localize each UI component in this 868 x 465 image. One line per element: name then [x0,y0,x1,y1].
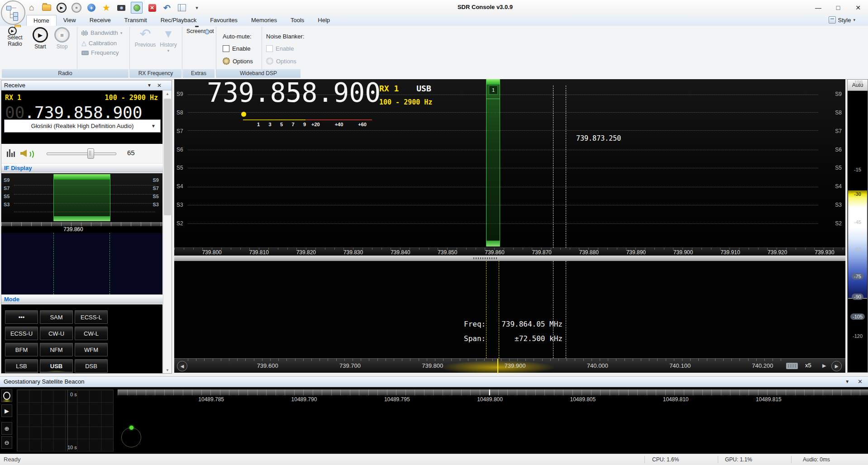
minimize-button[interactable]: — [808,0,828,15]
mode-button[interactable]: ECSS-U [5,327,38,340]
open-folder-icon[interactable] [41,2,52,13]
main-waterfall[interactable]: Freq: 739.864.05 MHz Span: ±72.500 kHz [174,261,845,358]
menu-tab[interactable]: Receive [83,15,118,26]
time-scale-top: 0 s [70,392,77,397]
beacon-zoom-in-button[interactable]: ⊕ [1,422,12,435]
beacon-track-button[interactable] [1,389,12,402]
mode-button[interactable] [5,372,38,374]
scroll-left-button[interactable]: ◀ [177,361,187,371]
keyboard-entry-icon[interactable] [786,363,798,369]
maximize-button[interactable]: □ [828,0,848,15]
scroll-right-button[interactable]: ▶ [831,361,842,371]
bandwidth-button[interactable]: Bandwidth ▾ [81,29,122,36]
close-button[interactable]: ✕ [848,0,868,15]
frequency-lcd[interactable]: RX 1 100 - 2900 Hz 00.739.858.900 [1,90,162,144]
chevron-down-icon: ▾ [853,18,855,22]
audio-device-select[interactable]: Głośniki (Realtek High Definition Audio)… [4,119,161,133]
if-waterfall[interactable] [1,233,162,294]
menu-tab[interactable]: Favourites [203,15,244,26]
mode-button[interactable]: CW-U [40,327,73,340]
mode-button[interactable]: BFM [5,343,38,356]
start-icon[interactable]: ▶ [56,2,67,13]
equalizer-icon[interactable] [7,149,15,157]
frequency-button[interactable]: Frequency [81,49,119,56]
step-right-icon[interactable]: ▶ [822,363,826,369]
record-icon[interactable] [131,2,143,14]
layout-icon[interactable] [176,2,187,13]
mode-button[interactable]: ••• [5,310,38,324]
scrollbar-thumb[interactable] [164,99,171,215]
mode-button[interactable]: ECSS-L [75,310,108,324]
mode-button[interactable]: DSB [75,359,108,373]
tuned-frequency[interactable]: 00.739.858.900 [5,103,142,122]
frequency-navigation-bar[interactable]: ◀ 739.600739.700739.800739.900740.000740… [174,358,845,373]
menu-tab[interactable]: Help [311,15,337,26]
start-button[interactable]: ▶ Start [31,27,50,50]
rx-number-badge[interactable]: 1 [489,85,498,95]
screenshot-icon[interactable] [116,2,127,13]
previous-frequency-button[interactable]: ↶ Previous [134,27,157,48]
beacon-play-button[interactable]: ▶ [1,404,12,417]
rx-passband-marker[interactable] [486,79,500,247]
frequency-history-button[interactable]: ▼ History ▾ [157,27,179,53]
sub-marker-line[interactable] [553,85,553,248]
close-icon[interactable]: ✕ [157,81,162,90]
style-selector[interactable]: Style ▾ [829,16,855,24]
noise-blanker-options[interactable]: Options [266,57,296,65]
mode-button[interactable]: USB [40,359,73,373]
menu-tab[interactable]: Transmit [118,15,154,26]
zoom-level[interactable]: x5 [805,362,811,369]
delete-icon[interactable]: ✕ [147,2,157,13]
stop-icon[interactable]: ■ [71,2,82,13]
main-spectrum-display[interactable]: S9S8S7S6S5S4S3S2 S9S8S7S6S5S4S3S2 739.85… [174,79,845,256]
scroll-up-icon[interactable]: ▲ [163,90,172,98]
collapse-icon[interactable]: ▼ [147,81,152,90]
ribbon: ▶ Select Radio ▶ Start ■ Stop Bandwidth … [0,26,868,80]
menu-tab[interactable]: Home [26,15,57,26]
volume-slider[interactable] [47,152,116,155]
undo-icon[interactable]: ↶ [162,2,172,13]
home-icon[interactable]: ⌂ [26,2,37,13]
more-commands-icon[interactable]: ▾ [191,2,202,13]
application-menu-button[interactable] [1,0,25,25]
if-display-header[interactable]: IF Display ▲ [1,163,172,172]
menu-tab[interactable]: Memories [244,15,284,26]
stop-button[interactable]: ■ Stop [52,27,72,50]
spectrum-frequency-axis[interactable]: 739.800739.810739.820739.830739.840739.8… [174,247,845,256]
menu-tab[interactable]: Rec/Playback [154,15,203,26]
menu-tab[interactable]: View [57,15,83,26]
mode-header[interactable]: Mode ▲ [1,294,172,304]
mode-button[interactable]: WFM [75,343,108,356]
beacon-history-graph[interactable]: 0 s 10 s [17,389,114,451]
spectrum-waterfall-splitter[interactable] [174,256,845,261]
if-passband-marker[interactable] [53,174,110,221]
if-spectrum[interactable]: S9S7S5S3 S9S7S5S3 [1,173,162,222]
close-icon[interactable]: ✕ [858,377,863,387]
auto-mute-options[interactable]: Options [223,57,253,65]
mode-button[interactable]: CW-L [75,327,108,340]
band-overview-strip[interactable]: 739.600739.700739.800739.900740.000740.1… [188,359,783,373]
palette-gradient[interactable] [848,190,867,299]
freq-value: 739.864.05 MHz [501,320,563,328]
mode-button[interactable]: LSB [5,359,38,373]
noise-blanker-enable[interactable]: Enable [266,45,294,52]
sub-marker-line[interactable] [566,85,566,248]
favourites-icon[interactable]: ★ [101,2,112,13]
speaker-icon[interactable] [20,148,32,158]
volume-slider-thumb[interactable] [87,148,94,159]
panel-scrollbar[interactable]: ▲ ▼ [163,90,172,374]
collapse-icon[interactable]: ▼ [845,377,849,387]
beacon-zoom-out-button[interactable]: ⊖ [1,436,12,449]
add-radio-icon[interactable]: + [86,2,97,13]
calibration-button[interactable]: △ Calibration [81,39,117,47]
auto-mute-enable[interactable]: Enable [223,45,250,52]
mode-button[interactable]: SAM [40,310,73,324]
screenshot-button[interactable]: Screenshot [186,27,214,35]
menu-tab[interactable]: Tools [284,15,311,26]
mode-button[interactable]: NFM [40,343,73,356]
checkbox-icon[interactable] [223,45,229,52]
beacon-frequency-ruler[interactable] [118,389,868,395]
select-radio-button[interactable]: ▶ Select Radio [3,27,27,47]
scroll-down-icon[interactable]: ▼ [163,367,172,374]
mode-button[interactable] [40,372,73,374]
